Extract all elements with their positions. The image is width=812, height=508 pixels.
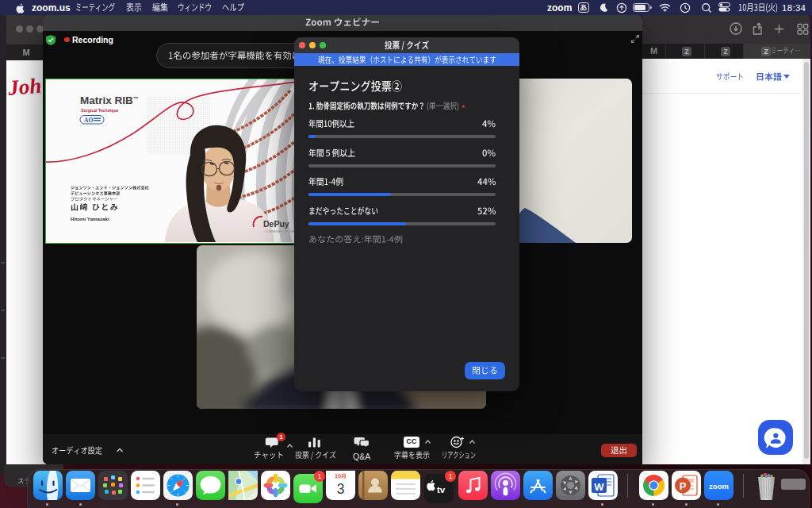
svg-text:Surgical Technique: Surgical Technique	[81, 108, 119, 113]
svg-text:AO: AO	[84, 117, 93, 124]
svg-text:COMPANIES OF JOHNSON: COMPANIES OF JOHNSON	[265, 230, 298, 233]
svg-text:3: 3	[336, 481, 344, 497]
svg-text:Matrix RIB™: Matrix RIB™	[80, 94, 139, 106]
svg-text:zoom: zoom	[709, 482, 729, 491]
svg-text:W: W	[594, 481, 604, 493]
svg-text:tv: tv	[436, 485, 445, 495]
svg-text:P: P	[679, 480, 686, 492]
svg-text:1: 1	[448, 472, 452, 480]
svg-text:DePuy: DePuy	[263, 219, 289, 229]
svg-text:1: 1	[317, 472, 321, 480]
